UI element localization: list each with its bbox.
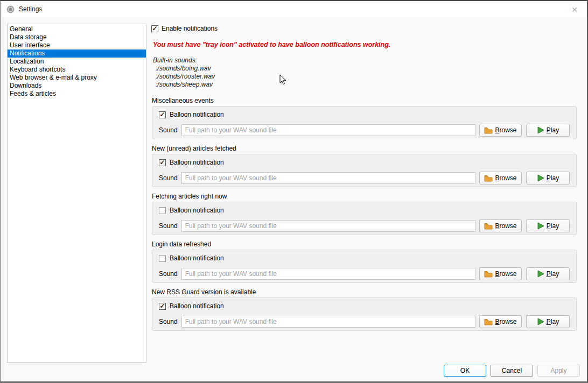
section-groupbox: Balloon notification Sound Browse [152, 297, 577, 331]
sidebar-item-localization[interactable]: Localization [8, 58, 146, 66]
section-title: Fetching articles right now [152, 193, 577, 201]
folder-icon [484, 127, 493, 134]
sidebar-item-notifications[interactable]: Notifications [8, 49, 146, 58]
checkbox-icon[interactable] [151, 25, 158, 32]
builtin-sound-path: :/sounds/rooster.wav [153, 73, 215, 81]
browse-button[interactable]: Browse [479, 172, 522, 185]
sidebar-item-keyboard-shortcuts[interactable]: Keyboard shortcuts [8, 66, 146, 74]
play-icon [537, 126, 544, 134]
play-button[interactable]: Play [526, 267, 570, 280]
dialog-buttons: OK Cancel Apply [444, 365, 580, 377]
folder-icon [484, 223, 493, 230]
play-button[interactable]: Play [526, 124, 570, 137]
browse-button[interactable]: Browse [479, 124, 522, 137]
settings-category-list: General Data storage User interface Noti… [7, 24, 146, 363]
browse-button[interactable]: Browse [479, 267, 522, 280]
checkbox-icon[interactable] [159, 207, 166, 214]
checkbox-icon[interactable] [159, 255, 166, 262]
notification-section: New (unread) articles fetched Balloon no… [152, 145, 577, 187]
balloon-notification-label: Balloon notification [170, 207, 224, 214]
builtin-sounds-block: Built-in sounds: :/sounds/boing.wav :/so… [153, 56, 215, 89]
notification-section: New RSS Guard version is available Ballo… [152, 288, 577, 331]
play-icon [537, 270, 544, 278]
sound-path-input[interactable] [181, 220, 475, 232]
title-bar: Settings ✕ [1, 1, 587, 17]
notification-section: Miscellaneous events Balloon notificatio… [152, 97, 577, 139]
checkbox-icon[interactable] [159, 111, 166, 118]
sound-label: Sound [159, 222, 178, 230]
sidebar-item-general[interactable]: General [8, 25, 146, 33]
balloon-notification-label: Balloon notification [170, 159, 224, 166]
sound-row: Sound Browse Play [159, 267, 570, 280]
section-groupbox: Balloon notification Sound Browse [152, 202, 577, 235]
balloon-notification-checkbox[interactable]: Balloon notification [159, 158, 570, 167]
sidebar-item-downloads[interactable]: Downloads [8, 82, 146, 90]
play-icon [537, 174, 544, 182]
sound-label: Sound [159, 270, 178, 278]
browse-button[interactable]: Browse [479, 219, 522, 232]
notification-section: Login data refreshed Balloon notificatio… [152, 240, 577, 283]
sound-label: Sound [159, 174, 178, 182]
section-groupbox: Balloon notification Sound Browse [152, 106, 577, 139]
browse-button-label: Browse [495, 318, 516, 325]
play-button-label: Play [547, 126, 559, 134]
enable-notifications-label: Enable notifications [162, 25, 218, 32]
tray-icon-warning-text: You must have "tray icon" activated to h… [153, 41, 390, 48]
builtin-sound-path: :/sounds/sheep.wav [153, 81, 215, 89]
play-button[interactable]: Play [526, 172, 570, 185]
close-icon[interactable]: ✕ [569, 4, 580, 15]
browse-button[interactable]: Browse [479, 315, 522, 328]
section-title: New RSS Guard version is available [152, 288, 577, 296]
sound-path-input[interactable] [181, 316, 475, 328]
play-button[interactable]: Play [526, 219, 570, 232]
balloon-notification-label: Balloon notification [170, 254, 224, 262]
section-title: Miscellaneous events [152, 97, 577, 105]
apply-button[interactable]: Apply [537, 365, 580, 377]
cancel-button[interactable]: Cancel [491, 365, 533, 377]
sidebar-item-user-interface[interactable]: User interface [8, 41, 146, 49]
sidebar-item-feeds-articles[interactable]: Feeds & articles [8, 90, 146, 98]
sound-row: Sound Browse Play [159, 172, 570, 185]
sound-path-input[interactable] [181, 124, 475, 136]
sound-row: Sound Browse Play [159, 219, 570, 232]
sound-row: Sound Browse Play [159, 124, 570, 137]
section-title: New (unread) articles fetched [152, 145, 577, 153]
play-button-label: Play [547, 270, 559, 278]
sound-label: Sound [159, 318, 178, 325]
sound-path-input[interactable] [181, 172, 475, 184]
folder-icon [484, 271, 493, 278]
play-button-label: Play [547, 318, 559, 325]
browse-button-label: Browse [495, 126, 516, 134]
sound-row: Sound Browse Play [159, 315, 570, 328]
play-button-label: Play [547, 174, 559, 182]
checkbox-icon[interactable] [159, 159, 166, 166]
balloon-notification-label: Balloon notification [170, 111, 224, 118]
balloon-notification-checkbox[interactable]: Balloon notification [159, 110, 570, 119]
enable-notifications-checkbox[interactable]: Enable notifications [151, 25, 218, 32]
browse-button-label: Browse [495, 222, 516, 230]
balloon-notification-checkbox[interactable]: Balloon notification [159, 254, 570, 263]
notification-sections: Miscellaneous events Balloon notificatio… [152, 97, 577, 336]
sidebar-item-web-browser-proxy[interactable]: Web browser & e-mail & proxy [8, 74, 146, 82]
settings-gear-icon [6, 5, 15, 13]
builtin-sounds-header: Built-in sounds: [153, 56, 215, 65]
builtin-sound-path: :/sounds/boing.wav [153, 65, 215, 73]
checkbox-icon[interactable] [159, 303, 166, 310]
folder-icon [484, 318, 493, 325]
section-groupbox: Balloon notification Sound Browse [152, 250, 577, 283]
folder-icon [484, 175, 493, 182]
sound-path-input[interactable] [181, 268, 475, 280]
notification-section: Fetching articles right now Balloon noti… [152, 193, 577, 235]
balloon-notification-checkbox[interactable]: Balloon notification [159, 302, 570, 310]
section-groupbox: Balloon notification Sound Browse [152, 154, 577, 187]
play-button[interactable]: Play [526, 315, 570, 328]
sidebar-item-data-storage[interactable]: Data storage [8, 33, 146, 41]
section-title: Login data refreshed [152, 240, 577, 249]
mouse-cursor [279, 74, 286, 85]
play-icon [537, 222, 544, 230]
ok-button[interactable]: OK [444, 365, 486, 377]
balloon-notification-checkbox[interactable]: Balloon notification [159, 206, 570, 215]
browse-button-label: Browse [495, 174, 516, 182]
sound-label: Sound [159, 126, 178, 134]
balloon-notification-label: Balloon notification [170, 302, 224, 310]
